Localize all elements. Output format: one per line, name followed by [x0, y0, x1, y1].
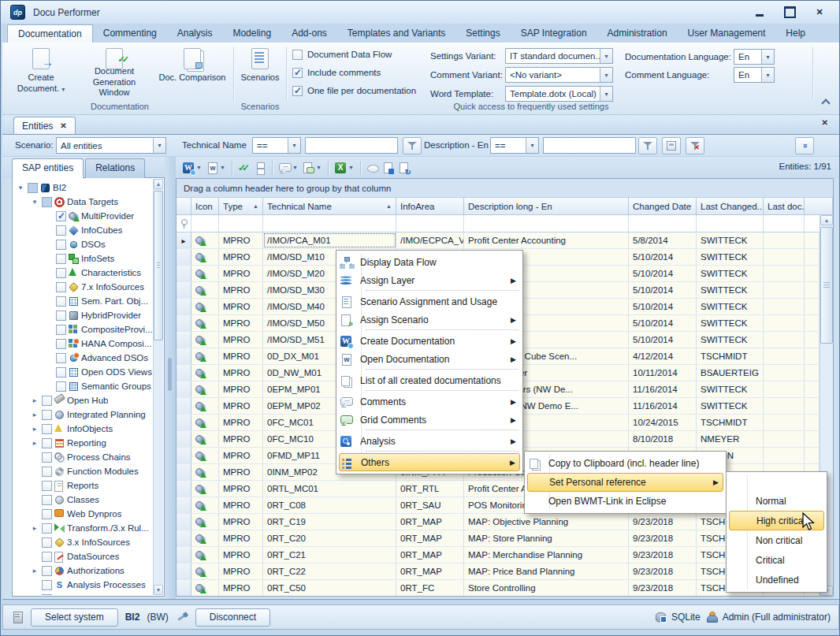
- menu-tab-administration[interactable]: Administration: [597, 24, 678, 43]
- menu-tab-analysis[interactable]: Analysis: [167, 24, 223, 43]
- tree-item-web-dynpros[interactable]: Web Dynpros: [13, 507, 153, 521]
- table-row[interactable]: MPRO0RT_C220RT_MAPMAP: Price Band Planni…: [177, 563, 820, 580]
- expand-icon[interactable]: ▸: [30, 411, 39, 418]
- tree-item-reporting[interactable]: ▸Reporting: [13, 436, 153, 450]
- menu-tab-documentation[interactable]: Documentation: [7, 24, 93, 43]
- menu-item-undefined[interactable]: Undefined: [729, 570, 824, 590]
- tree-checkbox[interactable]: [56, 339, 66, 349]
- checkbox-one-file-per-documentation[interactable]: One file per documentation: [292, 84, 438, 97]
- checkbox[interactable]: [292, 50, 303, 60]
- description-filter-input[interactable]: [543, 137, 636, 154]
- tree-checkbox[interactable]: [56, 254, 66, 264]
- menu-item-others[interactable]: Others▶: [339, 453, 520, 471]
- tree-item-infoobjects[interactable]: ▸InfoObjects: [13, 422, 153, 436]
- tree-checkbox[interactable]: [42, 509, 52, 519]
- table-row[interactable]: ▸MPRO/IMO/PCA_M01/IMO/ECPCA_V...Profit C…: [177, 232, 820, 249]
- description-operator-select[interactable]: ==▾: [490, 137, 539, 154]
- tree-checkbox[interactable]: [42, 396, 52, 406]
- tree-item-data-targets[interactable]: ▾Data Targets: [13, 195, 153, 209]
- filter-cell-technical-name[interactable]: [263, 215, 396, 232]
- menu-item-critical[interactable]: Critical: [729, 550, 824, 570]
- dropdown-arrow-icon[interactable]: ▾: [153, 138, 165, 153]
- menu-item-scenario-assignment-and-usage[interactable]: Scenario Assignment and Usage: [339, 292, 520, 311]
- tree-checkbox[interactable]: [56, 353, 66, 363]
- tree-item-integrated-planning[interactable]: ▸Integrated Planning: [13, 407, 153, 422]
- column-header-changed-date[interactable]: Changed Date: [629, 198, 697, 215]
- menu-tab-settings[interactable]: Settings: [455, 24, 510, 43]
- tree-item-tables-views[interactable]: Tables/Views: [13, 592, 153, 595]
- toolbar-split-view-button[interactable]: [252, 159, 268, 177]
- dropdown-arrow-icon[interactable]: ▾: [600, 68, 612, 82]
- table-row[interactable]: MPRO0RT_C200RT_MAPMAP: Store Planning9/2…: [177, 530, 820, 547]
- clear-filter-button[interactable]: ✕: [686, 137, 704, 154]
- tree-item-bi2[interactable]: ▾BI2: [13, 180, 153, 195]
- expand-icon[interactable]: ▸: [30, 396, 39, 404]
- tree-checkbox[interactable]: [42, 424, 52, 434]
- tree-item-3-x-infosources[interactable]: 3.x InfoSources: [13, 535, 153, 549]
- dropdown-arrow-icon[interactable]: ▾: [761, 68, 774, 82]
- column-header-icon[interactable]: Icon: [191, 198, 219, 215]
- tree-item-hybridprovider[interactable]: HybridProvider: [13, 308, 153, 322]
- document-generation-window-button[interactable]: Document Generation Window: [78, 46, 151, 99]
- tree-item-infocubes[interactable]: InfoCubes: [13, 223, 153, 237]
- menu-item-set-personal-reference[interactable]: Set Personal reference▶: [527, 473, 723, 492]
- tree-checkbox[interactable]: [42, 438, 52, 448]
- checkbox-document-data-flow[interactable]: Document Data Flow: [292, 48, 438, 61]
- toolbar-ellipse-button[interactable]: [365, 159, 381, 177]
- settings-variant-select[interactable]: IT standard documen...▾: [505, 48, 613, 64]
- toolbar-comment-button[interactable]: ▼: [277, 159, 300, 177]
- menu-item-assign-scenario[interactable]: Assign Scenario▶: [339, 311, 520, 329]
- menu-item-open-documentation[interactable]: Open Documentation▶: [339, 350, 520, 368]
- tree-item-compositeprovi[interactable]: CompositeProvi...: [13, 322, 153, 337]
- toolbar-word-open-button[interactable]: ▼: [204, 159, 228, 177]
- expand-icon[interactable]: ▸: [30, 567, 39, 575]
- tree-checkbox[interactable]: [56, 240, 66, 250]
- dropdown-arrow-icon[interactable]: ▼: [292, 165, 299, 170]
- menu-tab-modeling[interactable]: Modeling: [222, 24, 281, 43]
- menu-item-comments[interactable]: Comments▶: [339, 392, 520, 411]
- toolbar-doc-comment-button[interactable]: ▼: [300, 159, 324, 177]
- column-header-last-changed[interactable]: Last Changed...: [697, 198, 764, 215]
- scenario-select[interactable]: All entities▾: [56, 137, 166, 154]
- tree-checkbox[interactable]: [42, 566, 52, 576]
- checkbox[interactable]: [292, 86, 303, 96]
- tree-checkbox[interactable]: [56, 282, 66, 292]
- menu-item-list-of-all-created-documentations[interactable]: List of all created documentations: [339, 371, 520, 389]
- tree-scrollbar[interactable]: ▲ ▼: [153, 179, 163, 595]
- close-button[interactable]: ✕: [811, 6, 828, 19]
- column-header-type[interactable]: Type▲: [219, 198, 263, 215]
- menu-item-normal[interactable]: Normal: [729, 491, 824, 511]
- tree-item-function-modules[interactable]: Function Modules: [13, 464, 153, 478]
- column-header-last-doc[interactable]: Last doc.: [764, 198, 805, 215]
- expand-icon[interactable]: ▸: [30, 439, 39, 447]
- tree-item-infosets[interactable]: InfoSets: [13, 251, 153, 266]
- dropdown-arrow-icon[interactable]: ▾: [600, 49, 612, 63]
- apply-filter-button[interactable]: [638, 137, 657, 154]
- filter-cell-description-long-en[interactable]: [464, 215, 629, 232]
- tree-checkbox[interactable]: [42, 552, 52, 562]
- menu-item-display-data-flow[interactable]: Display Data Flow: [339, 253, 520, 271]
- technical-name-operator-select[interactable]: ==▾: [252, 137, 301, 154]
- dropdown-arrow-icon[interactable]: ▾: [761, 50, 774, 64]
- dropdown-arrow-icon[interactable]: ▼: [315, 165, 322, 170]
- table-row[interactable]: MPRO0RT_C500RT_FCStore Controlling9/23/2…: [177, 580, 820, 596]
- close-panel-icon[interactable]: ✕: [822, 118, 828, 127]
- tree-checkbox[interactable]: [56, 311, 66, 321]
- tree-item-classes[interactable]: Classes: [13, 493, 153, 507]
- tree-checkbox[interactable]: [42, 410, 52, 420]
- tree-checkbox[interactable]: [42, 495, 52, 505]
- tree-item-multiprovider[interactable]: MultiProvider: [13, 209, 153, 223]
- table-row[interactable]: MPRO0RT_C210RT_MAPMAP: Merchandise Plann…: [177, 547, 820, 563]
- tree-item-dsos[interactable]: DSOs: [13, 237, 153, 251]
- tree-item-transform-3-x-rul[interactable]: ▸Transform./3.x Rul...: [13, 521, 153, 535]
- close-tab-icon[interactable]: ✕: [60, 121, 66, 130]
- tree-checkbox[interactable]: [56, 381, 66, 392]
- dropdown-arrow-icon[interactable]: ▾: [526, 138, 538, 153]
- checkbox[interactable]: [292, 68, 303, 78]
- minimize-button[interactable]: [751, 6, 768, 19]
- tree-item-open-ods-views[interactable]: Open ODS Views: [13, 365, 153, 379]
- collapse-icon[interactable]: ▾: [16, 184, 25, 192]
- tree-checkbox[interactable]: [42, 197, 52, 207]
- scroll-up-icon[interactable]: ▲: [820, 215, 833, 225]
- select-system-button[interactable]: Select system: [31, 608, 118, 627]
